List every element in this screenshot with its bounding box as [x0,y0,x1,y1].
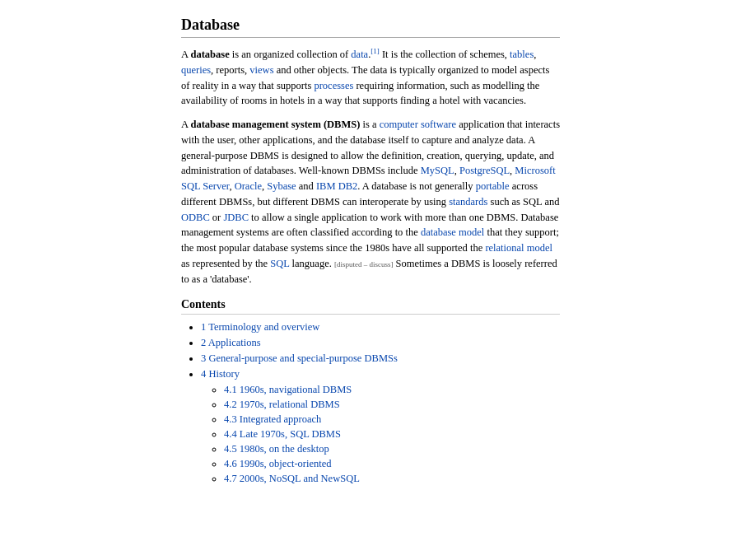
toc-item-4-4: 4.4 Late 1970s, SQL DBMS [224,428,560,441]
toc-link-4-6[interactable]: 4.6 1990s, object-oriented [224,458,332,469]
toc-list: 1 Terminology and overview 2 Application… [181,321,560,485]
toc-link-1[interactable]: 1 Terminology and overview [201,321,319,333]
computer-software-link[interactable]: computer software [380,119,456,130]
bold-database: database [190,49,229,60]
standards-link[interactable]: standards [449,196,487,208]
browser-window: Database A database is an organized coll… [0,0,741,560]
jdbc-link[interactable]: JDBC [223,212,249,223]
oracle-link[interactable]: Oracle [235,180,262,192]
toc-link-4-5[interactable]: 4.5 1980s, on the desktop [224,443,329,455]
toc-link-4-4[interactable]: 4.4 Late 1970s, SQL DBMS [224,428,341,440]
database-model-link[interactable]: database model [421,226,484,238]
toc-item-4-1: 4.1 1960s, navigational DBMS [224,384,560,396]
processes-link[interactable]: processes [314,80,353,91]
ibmdb2-link[interactable]: IBM DB2 [316,180,357,192]
toc-item-4-3: 4.3 Integrated approach [224,413,560,426]
views-link[interactable]: views [249,64,273,76]
tables-link[interactable]: tables [510,49,534,60]
article-title: Database [181,16,560,38]
toc-link-4[interactable]: 4 History [201,368,240,380]
toc-link-2[interactable]: 2 Applications [201,337,261,348]
odbc-link[interactable]: ODBC [181,212,210,223]
toc-item-4-5: 4.5 1980s, on the desktop [224,443,560,455]
article-content: Database A database is an organized coll… [0,0,741,560]
toc-item-4-6: 4.6 1990s, object-oriented [224,458,560,470]
queries-link[interactable]: queries [181,64,211,76]
bold-dbms-full: database management system (DBMS) [190,119,360,130]
postgresql-link[interactable]: PostgreSQL [459,165,510,176]
relational-model-link[interactable]: relational model [485,242,552,254]
mysql-link[interactable]: MySQL [421,165,454,176]
toc-sublist-4: 4.1 1960s, navigational DBMS 4.2 1970s, … [201,384,560,485]
intro-paragraph-2: A database management system (DBMS) is a… [181,117,560,287]
disputed-note: [disputed – discuss] [334,260,394,268]
contents-heading: Contents [181,298,560,315]
toc-item-4-7: 4.7 2000s, NoSQL and NewSQL [224,473,560,485]
sybase-link[interactable]: Sybase [267,180,296,192]
toc-link-4-3[interactable]: 4.3 Integrated approach [224,413,321,425]
toc-item-3: 3 General-purpose and special-purpose DB… [201,352,560,365]
toc-item-1: 1 Terminology and overview [201,321,560,334]
portable-link[interactable]: portable [476,180,510,192]
toc-item-4-2: 4.2 1970s, relational DBMS [224,399,560,411]
data-link[interactable]: data [351,49,368,60]
toc-item-4: 4 History 4.1 1960s, navigational DBMS 4… [201,368,560,485]
toc-link-4-1[interactable]: 4.1 1960s, navigational DBMS [224,384,352,395]
toc-link-3[interactable]: 3 General-purpose and special-purpose DB… [201,352,398,364]
toc-item-2: 2 Applications [201,337,560,349]
intro-paragraph-1: A database is an organized collection of… [181,46,560,109]
citation-1: [1] [370,47,380,55]
toc-link-4-7[interactable]: 4.7 2000s, NoSQL and NewSQL [224,473,360,484]
sql-link[interactable]: SQL [270,258,289,269]
toc-link-4-2[interactable]: 4.2 1970s, relational DBMS [224,399,340,410]
